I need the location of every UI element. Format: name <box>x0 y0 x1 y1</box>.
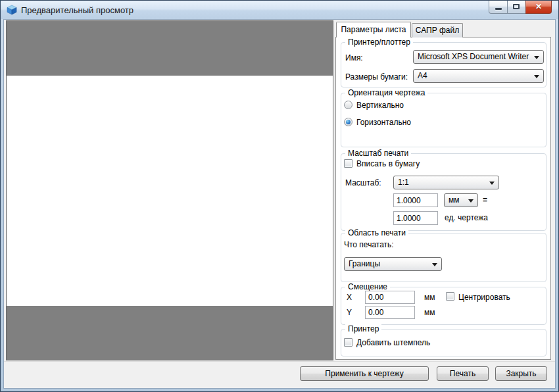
group-title: Ориентация чертежа <box>345 88 427 97</box>
group-printer-plotter: Принтер/плоттер Имя: Microsoft XPS Docum… <box>341 42 547 87</box>
titlebar[interactable]: Предварительный просмотр ✕ <box>1 1 558 19</box>
what-to-print-select[interactable]: Границы <box>344 257 442 271</box>
radio-vertical[interactable] <box>344 101 352 109</box>
drawing-units-input[interactable] <box>393 211 438 225</box>
fit-to-paper-label[interactable]: Вписать в бумагу <box>356 159 420 168</box>
caption-buttons: ✕ <box>489 1 552 14</box>
minimize-button[interactable] <box>489 1 508 14</box>
offset-y-label: Y <box>347 308 352 317</box>
group-offset: Смещение X мм Центрировать Y мм <box>341 287 547 325</box>
group-print-area: Область печати Что печатать: Границы <box>341 233 547 282</box>
preview-margin-top <box>7 21 333 76</box>
offset-y-unit: мм <box>424 308 435 317</box>
print-button[interactable]: Печать <box>437 366 489 381</box>
preview-margin-bottom <box>7 306 333 360</box>
group-orientation: Ориентация чертежа Вертикально Горизонта… <box>341 93 547 147</box>
scale-label: Масштаб: <box>345 178 381 187</box>
tab-cad-file[interactable]: САПР файл <box>412 23 463 37</box>
paper-size-select[interactable]: A4 <box>413 69 544 83</box>
center-checkbox[interactable] <box>446 292 454 301</box>
printer-name-label: Имя: <box>345 53 363 62</box>
units-value: мм <box>449 195 460 205</box>
group-title: Масштаб печати <box>345 149 411 158</box>
dropdown-arrow-icon <box>468 199 474 203</box>
close-icon: ✕ <box>526 2 551 11</box>
dropdown-arrow-icon <box>534 56 539 59</box>
apply-to-drawing-button[interactable]: Применить к чертежу <box>300 366 429 381</box>
offset-y-input[interactable] <box>365 306 415 319</box>
offset-x-input[interactable] <box>365 291 415 304</box>
group-printer-stamp: Принтер Добавить штемпель <box>341 329 547 356</box>
fit-to-paper-checkbox[interactable] <box>344 159 352 168</box>
minimize-icon <box>495 8 502 10</box>
group-title: Область печати <box>345 228 408 237</box>
add-stamp-label[interactable]: Добавить штемпель <box>356 338 430 347</box>
dropdown-arrow-icon <box>489 182 495 185</box>
radio-horizontal-label[interactable]: Горизонтально <box>356 118 411 127</box>
preview-page-sheet <box>7 76 333 306</box>
scale-select[interactable]: 1:1 <box>393 176 499 189</box>
group-title: Принтер <box>345 324 381 333</box>
maximize-button[interactable] <box>507 1 526 14</box>
units-select[interactable]: мм <box>444 193 478 207</box>
offset-x-unit: мм <box>424 293 435 302</box>
app-cube-icon <box>7 5 17 15</box>
tab-sheet-params[interactable]: Параметры листа <box>336 22 411 37</box>
paper-size-value: A4 <box>418 71 427 80</box>
printer-name-value: Microsoft XPS Document Writer <box>418 52 529 61</box>
footer-separator <box>4 361 555 362</box>
equals-sign: = <box>483 195 487 205</box>
what-to-print-label: Что печатать: <box>344 240 394 249</box>
printer-name-select[interactable]: Microsoft XPS Document Writer <box>413 50 544 64</box>
drawing-units-label: ед. чертежа <box>445 213 488 222</box>
paper-size-label: Размеры бумаги: <box>345 72 408 82</box>
print-preview-pane <box>6 20 333 360</box>
group-title: Смещение <box>345 282 390 291</box>
paper-units-input[interactable] <box>393 193 438 207</box>
close-button[interactable]: ✕ <box>525 1 552 14</box>
offset-x-label: X <box>347 293 352 302</box>
dropdown-arrow-icon <box>534 75 539 78</box>
radio-vertical-label[interactable]: Вертикально <box>356 101 404 110</box>
radio-horizontal[interactable] <box>344 118 352 126</box>
scale-value: 1:1 <box>398 178 409 187</box>
window-title: Предварительный просмотр <box>21 5 134 15</box>
group-title: Принтер/плоттер <box>345 37 413 47</box>
group-print-scale: Масштаб печати Вписать в бумагу Масштаб:… <box>341 153 547 231</box>
add-stamp-checkbox[interactable] <box>344 338 352 347</box>
center-label[interactable]: Центрировать <box>458 293 510 302</box>
close-dialog-button[interactable]: Закрыть <box>495 366 547 381</box>
dropdown-arrow-icon <box>432 263 437 266</box>
preview-dialog-window: Предварительный просмотр ✕ Параметры лис… <box>0 0 559 392</box>
maximize-icon <box>513 4 520 9</box>
what-to-print-value: Границы <box>349 259 380 268</box>
